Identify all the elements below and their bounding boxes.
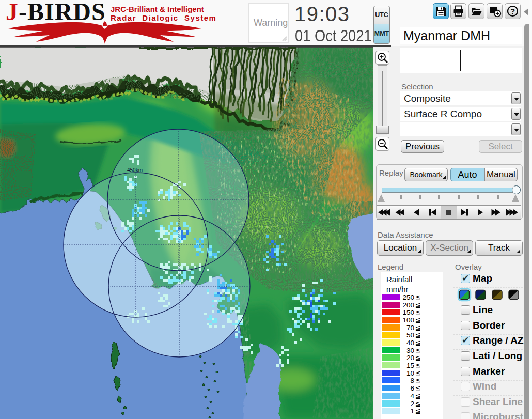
svg-text:?: ? (510, 7, 515, 15)
svg-text:450km: 450km (127, 167, 143, 173)
